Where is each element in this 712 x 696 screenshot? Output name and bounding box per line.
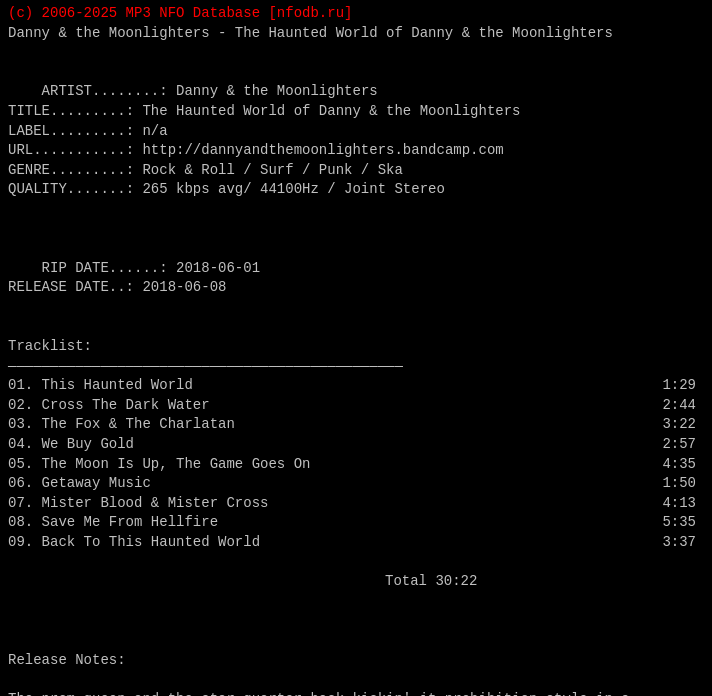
- track-duration: 1:29: [644, 376, 704, 396]
- table-row: 04. We Buy Gold2:57: [8, 435, 704, 455]
- total-value: 30:22: [435, 573, 477, 589]
- total-label: Total: [385, 573, 427, 589]
- release-date-line: RELEASE DATE..: 2018-06-08: [8, 279, 226, 295]
- track-title: 08. Save Me From Hellfire: [8, 513, 644, 533]
- table-row: 07. Mister Blood & Mister Cross4:13: [8, 494, 704, 514]
- table-row: 05. The Moon Is Up, The Game Goes On4:35: [8, 455, 704, 475]
- table-row: 09. Back To This Haunted World3:37: [8, 533, 704, 553]
- track-title: 07. Mister Blood & Mister Cross: [8, 494, 644, 514]
- artist-value: Danny & the Moonlighters: [176, 83, 378, 99]
- track-duration: 4:13: [644, 494, 704, 514]
- table-row: 06. Getaway Music1:50: [8, 474, 704, 494]
- table-row: 01. This Haunted World1:29: [8, 376, 704, 396]
- rip-date-line: RIP DATE......: 2018-06-01: [42, 260, 260, 276]
- table-row: 08. Save Me From Hellfire5:35: [8, 513, 704, 533]
- header-copyright: (c) 2006-2025 MP3 NFO Database [nfodb.ru…: [8, 4, 704, 24]
- track-title: 01. This Haunted World: [8, 376, 644, 396]
- rip-date-label: RIP DATE......:: [42, 260, 168, 276]
- genre-label: GENRE.........: [8, 162, 126, 178]
- tracklist-divider: ――――――――――――――――――――――――――――――――――――――――…: [8, 357, 704, 377]
- track-title: 05. The Moon Is Up, The Game Goes On: [8, 455, 644, 475]
- quality-label: QUALITY.......: [8, 181, 126, 197]
- tracklist-label: Tracklist:: [8, 337, 704, 357]
- label-value: : n/a: [126, 123, 168, 139]
- tracklist-total: Total 30:22: [8, 553, 704, 612]
- title-label: TITLE.........: [8, 103, 126, 119]
- release-notes-label: Release Notes:: [8, 651, 704, 671]
- track-duration: 5:35: [644, 513, 704, 533]
- tracklist-section: Tracklist: ―――――――――――――――――――――――――――――…: [8, 337, 704, 611]
- release-notes-section: Release Notes: The prom queen and the st…: [8, 651, 704, 696]
- track-duration: 3:37: [644, 533, 704, 553]
- tracklist-rows: 01. This Haunted World1:2902. Cross The …: [8, 376, 704, 552]
- track-title: 06. Getaway Music: [8, 474, 644, 494]
- release-notes-paragraphs: The prom queen and the star quarter back…: [8, 690, 704, 696]
- metadata-section: ARTIST........: Danny & the Moonlighters…: [8, 63, 704, 220]
- track-title: 04. We Buy Gold: [8, 435, 644, 455]
- url-label: URL...........: [8, 142, 126, 158]
- genre-line: GENRE.........: Rock & Roll / Surf / Pun…: [8, 162, 403, 178]
- quality-line: QUALITY.......: 265 kbps avg/ 44100Hz / …: [8, 181, 445, 197]
- track-title: 02. Cross The Dark Water: [8, 396, 644, 416]
- title-line: TITLE.........: The Haunted World of Dan…: [8, 103, 521, 119]
- label-line: LABEL.........: n/a: [8, 123, 168, 139]
- rip-date-value: 2018-06-01: [176, 260, 260, 276]
- release-date-value: 2018-06-08: [142, 279, 226, 295]
- table-row: 03. The Fox & The Charlatan3:22: [8, 415, 704, 435]
- header-subtitle: Danny & the Moonlighters - The Haunted W…: [8, 24, 704, 44]
- track-duration: 2:44: [644, 396, 704, 416]
- track-duration: 1:50: [644, 474, 704, 494]
- track-duration: 4:35: [644, 455, 704, 475]
- artist-label: ARTIST........:: [42, 83, 168, 99]
- track-duration: 3:22: [644, 415, 704, 435]
- track-title: 03. The Fox & The Charlatan: [8, 415, 644, 435]
- label-label: LABEL.........: [8, 123, 126, 139]
- table-row: 02. Cross The Dark Water2:44: [8, 396, 704, 416]
- dates-section: RIP DATE......: 2018-06-01 RELEASE DATE.…: [8, 239, 704, 317]
- artist-line: ARTIST........: Danny & the Moonlighters: [42, 83, 378, 99]
- url-value: : http://dannyandthemoonlighters.bandcam…: [126, 142, 504, 158]
- genre-value: : Rock & Roll / Surf / Punk / Ska: [126, 162, 403, 178]
- page-container: (c) 2006-2025 MP3 NFO Database [nfodb.ru…: [8, 4, 704, 696]
- track-duration: 2:57: [644, 435, 704, 455]
- track-title: 09. Back To This Haunted World: [8, 533, 644, 553]
- title-value: : The Haunted World of Danny & the Moonl…: [126, 103, 521, 119]
- url-line: URL...........: http://dannyandthemoonli…: [8, 142, 504, 158]
- release-notes-paragraph: The prom queen and the star quarter back…: [8, 690, 668, 696]
- quality-value: : 265 kbps avg/ 44100Hz / Joint Stereo: [126, 181, 445, 197]
- release-date-label: RELEASE DATE..:: [8, 279, 134, 295]
